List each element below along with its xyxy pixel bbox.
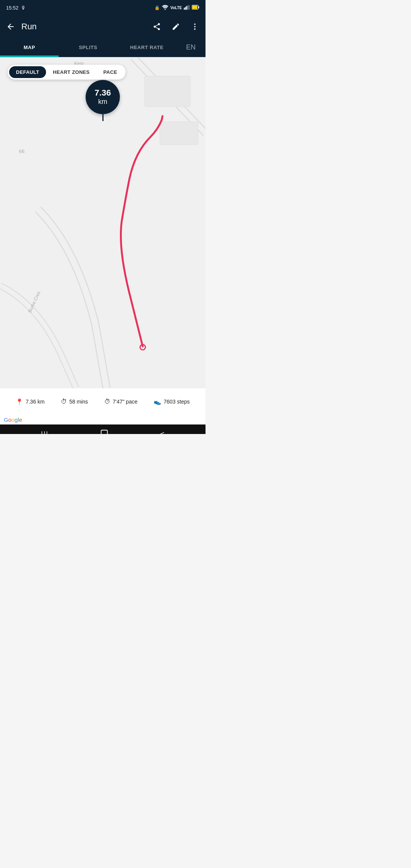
edit-button[interactable]: [170, 21, 182, 33]
share-button[interactable]: [151, 21, 163, 33]
home-button[interactable]: [100, 429, 108, 434]
pace-stat-value: 7'47" pace: [113, 399, 137, 405]
nav-bar: ||| <: [0, 424, 206, 434]
distance-pin: 7.36 km: [86, 80, 120, 121]
location-icon: 📍: [16, 398, 23, 405]
svg-rect-3: [186, 6, 187, 10]
volte-icon: VoLTE: [170, 6, 182, 10]
google-text: Google: [4, 416, 22, 423]
map-container[interactable]: DEFAULT HEART ZONES PACE 7.36 km 66 Burk…: [0, 57, 206, 388]
svg-text:⚡: ⚡: [193, 6, 196, 10]
view-toggle: DEFAULT HEART ZONES PACE: [8, 65, 126, 80]
svg-rect-17: [101, 430, 108, 434]
stats-footer: 📍 7.36 km ⏱ 58 mins ⏱ 7'47" pace 👟 7603 …: [0, 388, 206, 415]
google-branding: Google: [0, 415, 206, 424]
back-button[interactable]: [5, 21, 17, 33]
svg-rect-14: [145, 76, 190, 107]
stat-steps: 👟 7603 steps: [154, 398, 190, 405]
tab-heart-rate[interactable]: HEART RATE: [118, 38, 176, 57]
recent-apps-button[interactable]: |||: [41, 430, 49, 434]
signal-bars-icon: [184, 5, 190, 11]
steps-icon: 👟: [154, 398, 161, 405]
status-bar: 15:52 🎙 🔒 VoLTE: [0, 0, 206, 15]
svg-rect-2: [185, 7, 186, 10]
svg-point-0: [164, 9, 166, 10]
stat-pace: ⏱ 7'47" pace: [104, 398, 137, 405]
status-time: 15:52: [6, 5, 19, 11]
distance-value: 7.36: [95, 88, 111, 98]
back-nav-button[interactable]: <: [160, 430, 165, 434]
page-title: Run: [21, 22, 146, 32]
svg-point-11: [194, 26, 196, 27]
distance-stat-value: 7.36 km: [25, 399, 45, 405]
svg-point-10: [194, 24, 196, 25]
svg-rect-1: [184, 8, 185, 10]
tab-map[interactable]: MAP: [0, 38, 59, 57]
svg-rect-5: [189, 5, 190, 10]
default-view-button[interactable]: DEFAULT: [9, 66, 46, 78]
lock-icon: 🔒: [155, 5, 160, 10]
tab-bar: MAP SPLITS HEART RATE EN: [0, 38, 206, 57]
distance-bubble: 7.36 km: [86, 80, 120, 114]
more-options-button[interactable]: [189, 21, 201, 33]
heart-zones-button[interactable]: HEART ZONES: [46, 66, 96, 78]
app-bar-actions: [151, 21, 201, 33]
mic-icon: 🎙: [21, 5, 26, 11]
tab-splits[interactable]: SPLITS: [59, 38, 117, 57]
pin-tail: [102, 114, 104, 121]
wifi-icon: [162, 5, 169, 11]
battery-icon: ⚡: [192, 5, 199, 11]
app-bar: Run: [0, 15, 206, 38]
stat-time: ⏱ 58 mins: [61, 398, 88, 405]
svg-rect-7: [198, 6, 199, 8]
tab-en[interactable]: EN: [176, 38, 206, 57]
svg-rect-15: [160, 122, 198, 145]
pace-view-button[interactable]: PACE: [97, 66, 124, 78]
svg-point-12: [194, 29, 196, 30]
pace-icon: ⏱: [104, 398, 110, 405]
svg-rect-4: [188, 5, 188, 10]
time-icon: ⏱: [61, 398, 67, 405]
distance-unit: km: [98, 98, 107, 106]
steps-stat-value: 7603 steps: [164, 399, 190, 405]
stat-distance: 📍 7.36 km: [16, 398, 45, 405]
time-stat-value: 58 mins: [69, 399, 88, 405]
map-label-66: 66: [19, 148, 24, 154]
